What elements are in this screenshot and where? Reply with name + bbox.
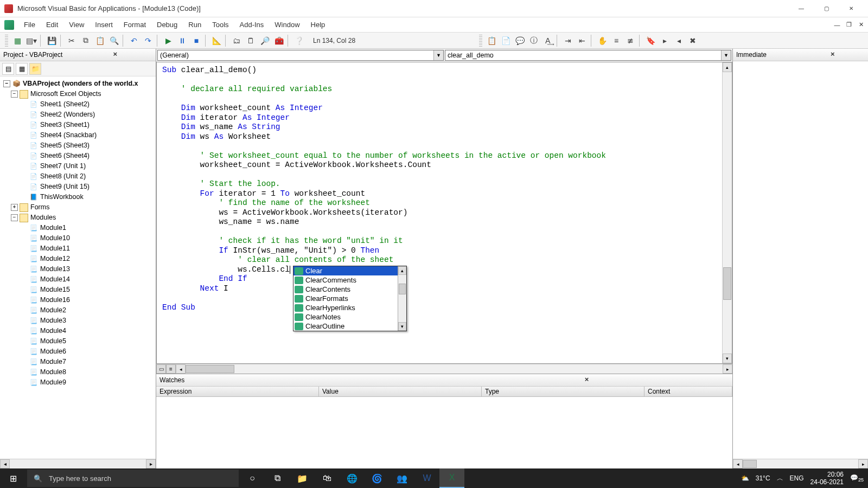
project-explorer-icon[interactable]: 🗂 xyxy=(230,34,243,47)
indent-icon[interactable]: ⇥ xyxy=(561,34,575,47)
mdi-restore[interactable]: ❐ xyxy=(844,21,854,29)
tree-module[interactable]: Module15 xyxy=(40,285,70,295)
breakpoint-icon[interactable]: ✋ xyxy=(596,34,609,47)
menu-run[interactable]: Run xyxy=(184,19,206,30)
tree-sheet[interactable]: Sheet4 (Snackbar) xyxy=(40,130,97,140)
watch-col-context[interactable]: Context xyxy=(644,387,732,396)
tray-chevron-icon[interactable]: ︿ xyxy=(777,474,783,483)
scroll-up-icon[interactable]: ▴ xyxy=(723,62,732,72)
tree-module[interactable]: Module4 xyxy=(40,326,66,336)
scroll-left-icon[interactable]: ◂ xyxy=(733,459,743,468)
chevron-down-icon[interactable]: ▼ xyxy=(721,50,731,60)
language-indicator[interactable]: ENG xyxy=(790,474,804,482)
tree-sheet[interactable]: Sheet6 (Sheet4) xyxy=(40,151,90,161)
intellisense-item[interactable]: ClearContents xyxy=(293,285,406,294)
help-icon[interactable]: ❔ xyxy=(292,34,305,47)
notifications-icon[interactable]: 💬25 xyxy=(850,474,864,483)
tree-module[interactable]: Module2 xyxy=(40,305,66,316)
tree-excel-objects[interactable]: Microsoft Excel Objects xyxy=(30,89,101,99)
watch-col-value[interactable]: Value xyxy=(319,387,482,396)
task-view-icon[interactable]: ⧉ xyxy=(265,468,290,488)
watches-body[interactable] xyxy=(156,397,732,468)
bookmark-toggle-icon[interactable]: 🔖 xyxy=(644,34,657,47)
tree-module[interactable]: Module3 xyxy=(40,316,66,326)
chevron-down-icon[interactable]: ▼ xyxy=(433,50,443,60)
comment-block-icon[interactable]: ≡ xyxy=(610,34,623,47)
menu-addins[interactable]: Add-Ins xyxy=(235,19,269,30)
view-object-icon[interactable]: ▦ xyxy=(16,63,28,75)
object-browser-icon[interactable]: 🔎 xyxy=(258,34,271,47)
object-combo[interactable]: (General) ▼ xyxy=(157,50,444,61)
mdi-minimize[interactable]: — xyxy=(832,21,842,29)
tree-sheet[interactable]: Sheet1 (Sheet2) xyxy=(40,99,90,110)
menu-insert[interactable]: Insert xyxy=(91,19,117,30)
tree-module[interactable]: Module5 xyxy=(40,336,66,346)
menu-edit[interactable]: Edit xyxy=(42,19,62,30)
menu-window[interactable]: Window xyxy=(270,19,304,30)
menu-debug[interactable]: Debug xyxy=(152,19,182,30)
menu-view[interactable]: View xyxy=(65,19,88,30)
scroll-right-icon[interactable]: ▸ xyxy=(146,459,156,468)
bookmark-prev-icon[interactable]: ◂ xyxy=(672,34,685,47)
weather-icon[interactable]: ⛅ xyxy=(741,474,749,482)
complete-word-icon[interactable]: A͢ xyxy=(541,34,554,47)
maximize-button[interactable]: ▢ xyxy=(814,0,839,17)
intellisense-item[interactable]: ClearNotes xyxy=(293,312,406,322)
menu-format[interactable]: Format xyxy=(119,19,150,30)
tree-sheet[interactable]: Sheet3 (Sheet1) xyxy=(40,120,90,130)
bookmark-next-icon[interactable]: ▸ xyxy=(658,34,671,47)
save-icon[interactable]: 💾 xyxy=(45,34,58,47)
menu-file[interactable]: File xyxy=(20,19,40,30)
find-icon[interactable]: 🔍 xyxy=(107,34,120,47)
properties-icon[interactable]: 🗒 xyxy=(244,34,257,47)
scroll-right-icon[interactable]: ▸ xyxy=(723,364,732,374)
scroll-left-icon[interactable]: ◂ xyxy=(0,459,10,468)
taskbar-clock[interactable]: 20:06 24-06-2021 xyxy=(810,471,844,486)
scroll-up-icon[interactable]: ▴ xyxy=(398,266,406,275)
hscroll-thumb[interactable] xyxy=(186,365,234,373)
paste-icon[interactable]: 📋 xyxy=(93,34,106,47)
run-icon[interactable]: ▶ xyxy=(162,34,175,47)
redo-icon[interactable]: ↷ xyxy=(142,34,155,47)
intellisense-popup[interactable]: ClearClearCommentsClearContentsClearForm… xyxy=(293,266,407,331)
toolbar-grip-2[interactable] xyxy=(479,35,482,47)
teams-icon[interactable]: 👥 xyxy=(390,468,414,488)
intellisense-item[interactable]: ClearOutline xyxy=(293,322,406,331)
menu-tools[interactable]: Tools xyxy=(208,19,233,30)
cortana-icon[interactable]: ○ xyxy=(240,468,265,488)
tree-sheet[interactable]: Sheet8 (Unit 2) xyxy=(40,171,86,182)
scroll-thumb[interactable] xyxy=(399,284,406,294)
temperature[interactable]: 31°C xyxy=(756,474,770,482)
parameter-info-icon[interactable]: ⓘ xyxy=(527,34,540,47)
project-panel-close[interactable]: × xyxy=(78,50,153,59)
watch-col-expression[interactable]: Expression xyxy=(156,387,319,396)
immediate-hscrollbar[interactable]: ◂ ▸ xyxy=(733,459,868,468)
project-hscrollbar[interactable]: ◂ ▸ xyxy=(0,459,156,468)
list-constants-icon[interactable]: 📄 xyxy=(499,34,512,47)
menu-help[interactable]: Help xyxy=(307,19,330,30)
toolbar-grip[interactable] xyxy=(5,35,8,47)
minimize-button[interactable]: — xyxy=(789,0,814,17)
tree-module[interactable]: Module16 xyxy=(40,295,70,305)
intellisense-item[interactable]: Clear xyxy=(293,266,406,275)
tree-module[interactable]: Module7 xyxy=(40,357,66,367)
close-button[interactable]: ✕ xyxy=(839,0,864,17)
list-properties-icon[interactable]: 📋 xyxy=(485,34,498,47)
tree-forms[interactable]: Forms xyxy=(30,202,49,213)
tree-module[interactable]: Module9 xyxy=(40,377,66,388)
tree-module[interactable]: Module14 xyxy=(40,274,70,285)
reset-icon[interactable]: ■ xyxy=(190,34,203,47)
toggle-folders-icon[interactable]: 📁 xyxy=(29,63,41,75)
design-mode-icon[interactable]: 📐 xyxy=(210,34,223,47)
immediate-body[interactable] xyxy=(733,61,868,459)
taskbar-search[interactable]: 🔍 Type here to search xyxy=(27,470,239,487)
scroll-left-icon[interactable]: ◂ xyxy=(176,364,186,374)
excel-icon[interactable]: X xyxy=(439,468,464,488)
tree-sheet[interactable]: Sheet9 (Unit 15) xyxy=(40,182,90,192)
mdi-close[interactable]: ✕ xyxy=(856,21,866,29)
quick-info-icon[interactable]: 💬 xyxy=(513,34,526,47)
tree-project[interactable]: VBAProject (wonders of the world.x xyxy=(23,79,138,89)
intellisense-item[interactable]: ClearFormats xyxy=(293,294,406,303)
hscroll-thumb[interactable] xyxy=(743,460,757,468)
code-vscrollbar[interactable]: ▴ ▾ xyxy=(722,62,732,363)
